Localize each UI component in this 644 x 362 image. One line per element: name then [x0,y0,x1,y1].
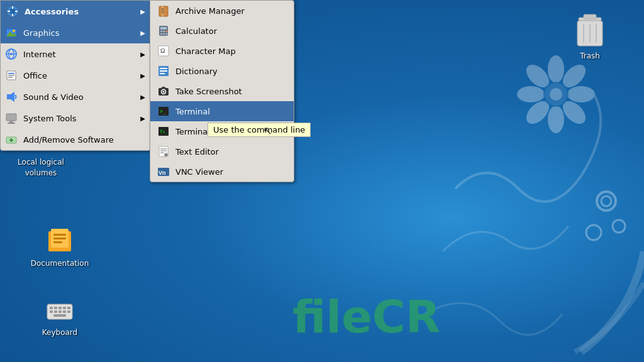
system-tools-icon [4,111,18,125]
menu-item-internet[interactable]: Internet ▶ [1,43,150,65]
take-screenshot-icon [157,84,170,98]
submenu-take-screenshot[interactable]: Take Screenshot [150,81,294,101]
menu-item-office[interactable]: Office ▶ [1,65,150,86]
svg-rect-42 [8,11,10,12]
take-screenshot-label: Take Screenshot [175,87,242,96]
character-map-label: Character Map [175,47,236,56]
terminal-tooltip: Use the command line [208,123,311,137]
character-map-icon: Ω [157,44,170,58]
svg-rect-33 [54,310,57,313]
accessories-label: Accessories [25,7,79,16]
svg-rect-72 [160,33,162,35]
svg-rect-16 [584,14,596,19]
local-volumes-label: Local logical volumes [13,157,69,178]
documentation-label: Documentation [31,259,89,268]
accessories-submenu: Archive Manager Calculator [150,0,294,182]
svg-rect-40 [12,6,13,9]
submenu-terminal[interactable]: >_ Terminal [150,101,294,121]
menu-item-accessories[interactable]: Accessories ▶ [1,1,150,22]
svg-point-39 [9,8,16,14]
dictionary-label: Dictionary [175,67,218,76]
svg-text:>_: >_ [160,109,166,114]
svg-point-14 [586,225,601,240]
svg-rect-34 [58,310,62,313]
svg-rect-52 [8,73,14,74]
system-tools-arrow: ▶ [140,115,145,122]
svg-rect-58 [8,123,15,124]
sound-video-arrow: ▶ [140,94,145,101]
calculator-icon [157,24,170,38]
svg-point-1 [548,55,564,83]
svg-rect-30 [63,307,66,309]
svg-point-83 [163,91,165,93]
svg-point-10 [550,88,562,101]
submenu-character-map[interactable]: Ω Character Map [150,41,294,61]
svg-text:T>_: T>_ [160,129,168,134]
svg-rect-27 [50,307,53,309]
submenu-text-editor[interactable]: Text Editor [150,141,294,162]
trash-label: Trash [580,52,600,60]
terminator-icon: T>_ [157,124,170,138]
submenu-dictionary[interactable]: Dictionary [150,61,294,81]
svg-point-13 [613,220,625,233]
svg-point-12 [601,196,611,206]
svg-rect-80 [160,73,165,74]
desktop-icon-documentation[interactable]: Documentation [35,226,85,268]
trash-icon[interactable]: Trash [574,13,606,60]
svg-rect-29 [58,307,62,309]
internet-arrow: ▶ [140,51,145,58]
svg-rect-57 [9,121,13,123]
watermark: fileCR [292,290,440,343]
svg-marker-55 [7,92,14,102]
submenu-archive-manager[interactable]: Archive Manager [150,1,294,21]
svg-point-46 [13,30,15,32]
keyboard-icon [45,295,75,326]
svg-rect-54 [8,77,13,78]
vnc-viewer-label: VNC Viewer [175,167,223,177]
svg-rect-69 [160,31,162,32]
watermark-text: file [292,290,372,343]
svg-rect-36 [67,310,70,313]
desktop: Trash Documentation [0,0,644,362]
vnc-viewer-icon: Vn [157,165,170,178]
menu-item-add-remove[interactable]: Add/Remove Software [1,129,150,150]
svg-rect-68 [160,27,167,30]
svg-rect-24 [53,238,66,239]
svg-point-4 [567,86,595,102]
svg-point-11 [597,192,616,211]
svg-rect-71 [165,31,167,32]
graphics-icon [4,26,18,40]
graphics-label: Graphics [23,28,135,38]
svg-rect-32 [50,310,53,313]
internet-label: Internet [23,50,135,59]
svg-point-50 [10,53,13,55]
svg-rect-43 [15,11,18,12]
graphics-arrow: ▶ [140,30,145,36]
keyboard-label: Keyboard [42,328,77,337]
menu-item-sound-video[interactable]: Sound & Video ▶ [1,86,150,107]
svg-rect-37 [53,314,66,317]
office-icon [4,69,18,82]
dictionary-icon [157,64,170,78]
svg-rect-79 [160,70,167,72]
menu-item-graphics[interactable]: Graphics ▶ [1,22,150,43]
text-editor-icon [157,145,170,158]
office-arrow: ▶ [140,72,145,79]
terminal-label: Terminal [175,107,210,116]
menu-item-system-tools[interactable]: System Tools ▶ [1,107,150,129]
svg-rect-23 [53,234,66,236]
sound-video-label: Sound & Video [23,92,135,102]
svg-point-2 [548,106,564,133]
svg-rect-74 [165,33,167,35]
desktop-icon-keyboard[interactable]: Keyboard [35,295,85,337]
submenu-vnc-viewer[interactable]: Vn VNC Viewer [150,162,294,182]
calculator-label: Calculator [175,26,217,36]
primary-menu: Accessories ▶ Graphics ▶ [0,0,151,151]
svg-rect-35 [63,310,66,313]
submenu-calculator[interactable]: Calculator [150,21,294,41]
menu-container: Accessories ▶ Graphics ▶ [0,0,151,151]
terminal-icon: >_ [157,104,170,118]
svg-rect-70 [163,31,165,32]
accessories-arrow: ▶ [140,8,145,15]
office-label: Office [23,71,135,80]
